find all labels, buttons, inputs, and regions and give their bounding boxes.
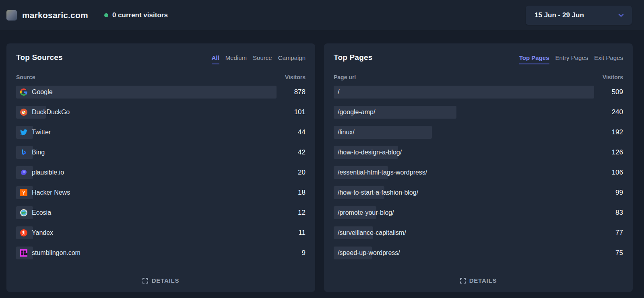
row-bar-area: plausible.io [16,166,277,179]
bing-icon [20,149,27,156]
row-bar-area: Yandex [16,226,277,239]
row-bar-area: /promote-your-blog/ [334,206,594,219]
row-value: 106 [598,169,623,177]
plausible-icon [20,169,27,176]
tab-entry-pages[interactable]: Entry Pages [555,54,588,64]
table-row[interactable]: Ecosia12 [16,206,305,219]
table-row[interactable]: /surveillance-capitalism/77 [334,226,623,239]
live-dot-icon [104,13,108,17]
row-value: 20 [281,169,305,177]
yandex-icon [20,229,27,236]
row-label: Google [32,88,53,96]
tab-medium[interactable]: Medium [225,54,247,64]
row-content: Bing [16,146,277,159]
row-value: 192 [598,128,623,136]
row-content: Yandex [16,226,277,239]
google-icon [20,88,27,96]
row-bar-area: /google-amp/ [334,106,594,119]
table-row[interactable]: /509 [334,86,623,99]
row-label: DuckDuckGo [32,109,70,116]
row-bar-area: Google [16,86,277,99]
row-content: Ecosia [16,206,277,219]
tab-all[interactable]: All [212,54,219,64]
row-label: Yandex [32,229,53,236]
row-content: DuckDuckGo [16,106,277,119]
row-value: 75 [598,249,623,257]
twitter-icon [20,129,27,136]
column-header-visitors: Visitors [603,74,623,80]
table-row[interactable]: DuckDuckGo101 [16,106,305,119]
row-bar-area: /linux/ [334,126,594,139]
table-row[interactable]: /speed-up-wordpress/75 [334,247,623,259]
expand-icon [142,278,148,284]
details-label: DETAILS [152,277,180,284]
table-row[interactable]: Hacker News18 [16,186,305,199]
row-label: Ecosia [32,209,51,216]
tab-top-pages[interactable]: Top Pages [519,54,549,64]
details-label: DETAILS [469,277,497,284]
row-content: / [334,86,594,99]
row-content: Hacker News [16,186,277,199]
top-nav: markosaric.com 0 current visitors 15 Jun… [0,0,644,30]
column-header-page-url: Page url [334,74,356,80]
row-bar-area: /speed-up-wordpress/ [334,247,594,259]
row-content: /google-amp/ [334,106,594,119]
row-value: 11 [281,229,305,237]
dashboard-panels: Top Sources AllMediumSourceCampaign Sour… [0,30,644,292]
tab-source[interactable]: Source [253,54,272,64]
top-pages-tabs: Top PagesEntry PagesExit Pages [519,53,623,64]
table-row[interactable]: /how-to-start-a-fashion-blog/99 [334,186,623,199]
table-row[interactable]: Bing42 [16,146,305,159]
row-content: stumblingon.com [16,247,277,259]
row-label: Hacker News [32,189,70,196]
table-row[interactable]: /google-amp/240 [334,106,623,119]
table-row[interactable]: Google878 [16,86,305,99]
panel-title: Top Pages [334,53,372,62]
row-label: Twitter [32,129,51,136]
hackernews-icon [20,189,27,196]
details-button[interactable]: DETAILS [456,275,501,286]
table-row[interactable]: /linux/192 [334,126,623,139]
table-row[interactable]: /essential-html-tags-wordpress/106 [334,166,623,179]
table-row[interactable]: plausible.io20 [16,166,305,179]
table-row[interactable]: Twitter44 [16,126,305,139]
row-bar-area: Twitter [16,126,277,139]
tab-exit-pages[interactable]: Exit Pages [594,54,623,64]
row-value: 83 [598,209,623,217]
row-bar-area: Bing [16,146,277,159]
top-pages-list: /509/google-amp/240/linux/192/how-to-des… [334,86,623,259]
column-header-visitors: Visitors [285,74,305,80]
row-label: /how-to-design-a-blog/ [338,149,402,156]
row-value: 509 [598,88,623,96]
date-range-picker[interactable]: 15 Jun - 29 Jun [526,6,632,25]
table-row[interactable]: stumblingon.com9 [16,247,305,259]
row-content: Twitter [16,126,277,139]
row-content: /how-to-design-a-blog/ [334,146,594,159]
details-button[interactable]: DETAILS [138,275,184,286]
stumblingon-icon [20,249,27,257]
row-label: / [338,88,339,96]
row-content: /promote-your-blog/ [334,206,594,219]
row-content: /linux/ [334,126,594,139]
table-row[interactable]: /how-to-design-a-blog/126 [334,146,623,159]
row-bar-area: /essential-html-tags-wordpress/ [334,166,594,179]
top-pages-panel: Top Pages Top PagesEntry PagesExit Pages… [324,43,633,292]
row-bar-area: / [334,86,594,99]
row-label: /how-to-start-a-fashion-blog/ [338,189,418,196]
row-content: Google [16,86,277,99]
row-bar-area: stumblingon.com [16,247,277,259]
row-value: 42 [281,148,305,156]
row-content: /essential-html-tags-wordpress/ [334,166,594,179]
table-row[interactable]: /promote-your-blog/83 [334,206,623,219]
row-content: /surveillance-capitalism/ [334,226,594,239]
row-content: plausible.io [16,166,277,179]
row-value: 77 [598,229,623,237]
row-value: 240 [598,108,623,116]
table-row[interactable]: Yandex11 [16,226,305,239]
row-label: /google-amp/ [338,109,375,116]
tab-campaign[interactable]: Campaign [278,54,305,64]
row-label: /linux/ [338,129,355,136]
site-title: markosaric.com [22,10,88,20]
column-header-source: Source [16,74,35,80]
site-favicon [6,10,17,21]
